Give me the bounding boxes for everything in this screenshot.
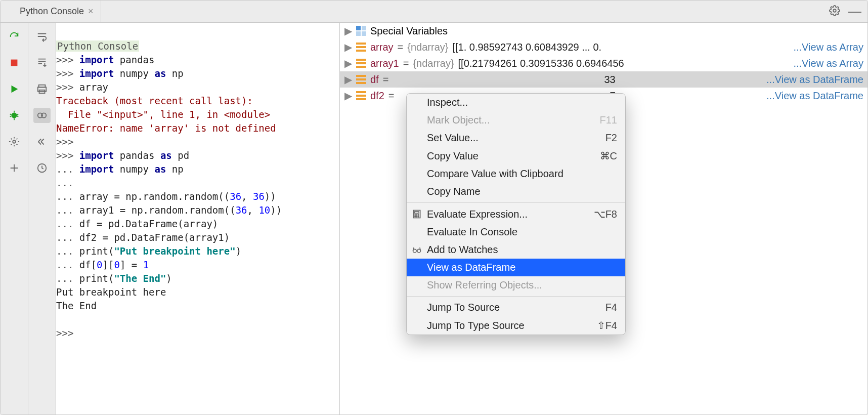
- rerun-icon[interactable]: [6, 29, 23, 44]
- ctx-copy-name[interactable]: Copy Name: [407, 183, 625, 200]
- svg-point-0: [833, 9, 836, 12]
- var-label: Special Variables: [370, 25, 448, 37]
- soft-wrap-icon[interactable]: [33, 29, 51, 44]
- add-icon[interactable]: [6, 160, 23, 176]
- ctx-evaluate-expression[interactable]: Evaluate Expression...⌥F8: [407, 205, 625, 223]
- svg-point-16: [416, 216, 417, 217]
- expand-icon[interactable]: ▶: [344, 73, 352, 86]
- expand-icon[interactable]: ▶: [344, 41, 352, 53]
- print-icon[interactable]: [33, 81, 51, 97]
- ctx-jump-type-source[interactable]: Jump To Type Source⇧F4: [407, 316, 625, 335]
- debug-icon[interactable]: [6, 108, 23, 123]
- console-output[interactable]: Python Console >>> import pandas >>> imp…: [56, 23, 339, 414]
- view-as-array-link[interactable]: ...View as Array: [793, 58, 863, 69]
- ctx-mark-object: Mark Object...F11: [407, 111, 625, 129]
- show-vars-icon[interactable]: [33, 108, 51, 123]
- expand-icon[interactable]: ▶: [344, 90, 352, 102]
- expand-icon[interactable]: ▶: [344, 25, 352, 37]
- tab-python-console[interactable]: Python Console ×: [13, 1, 101, 22]
- special-vars-icon: [356, 26, 366, 36]
- view-as-dataframe-link[interactable]: ...View as DataFrame: [766, 74, 863, 86]
- traceback-line: File "<input>", line 1, in <module>: [56, 109, 270, 120]
- svg-point-13: [416, 215, 417, 216]
- svg-rect-11: [415, 212, 419, 213]
- ctx-jump-source[interactable]: Jump To SourceF4: [407, 299, 625, 316]
- traceback-line: NameError: name 'array' is not defined: [56, 122, 276, 134]
- glasses-icon: [412, 245, 422, 255]
- svg-point-2: [12, 113, 17, 118]
- tab-title: Python Console: [20, 6, 84, 17]
- var-array[interactable]: ▶ array = {ndarray} [[1. 0.98592743 0.60…: [340, 39, 867, 55]
- console-title: Python Console: [56, 40, 139, 52]
- traceback-line: Traceback (most recent call last):: [56, 95, 253, 106]
- settings-icon[interactable]: [6, 134, 23, 149]
- hide-panel-icon[interactable]: —: [848, 4, 861, 19]
- ctx-evaluate-console[interactable]: Evaluate In Console: [407, 223, 625, 241]
- ctx-copy-value[interactable]: Copy Value⌘C: [407, 147, 625, 165]
- console-tool-gutter: [28, 23, 56, 414]
- stdout-line: Put breakpoint here: [56, 286, 166, 298]
- svg-point-12: [415, 215, 416, 216]
- var-array1[interactable]: ▶ array1 = {ndarray} [[0.21794261 0.3091…: [340, 55, 867, 71]
- separator: [407, 202, 625, 203]
- expand-icon[interactable]: ▶: [344, 57, 352, 69]
- view-as-array-link[interactable]: ...View as Array: [793, 42, 863, 53]
- gear-icon[interactable]: [829, 5, 840, 18]
- history-next-icon[interactable]: [33, 134, 51, 149]
- calculator-icon: [412, 209, 422, 219]
- svg-point-3: [13, 140, 16, 143]
- tabbar: Python Console × —: [1, 1, 867, 23]
- ctx-set-value[interactable]: Set Value...F2: [407, 129, 625, 147]
- stdout-line: The End: [56, 300, 97, 311]
- svg-point-17: [418, 216, 419, 217]
- history-icon[interactable]: [33, 160, 51, 176]
- var-special[interactable]: ▶ Special Variables: [340, 23, 867, 39]
- view-as-dataframe-link[interactable]: ...View as DataFrame: [766, 90, 863, 102]
- left-action-gutter: [1, 23, 28, 414]
- svg-point-15: [415, 216, 416, 217]
- context-menu: Inspect... Mark Object...F11 Set Value..…: [406, 93, 626, 335]
- input-prompt[interactable]: >>>: [56, 327, 79, 339]
- svg-point-14: [418, 215, 419, 216]
- ctx-add-watches[interactable]: Add to Watches: [407, 241, 625, 259]
- dataframe-icon: [356, 91, 366, 100]
- dataframe-icon: [356, 75, 366, 84]
- ctx-compare-clipboard[interactable]: Compare Value with Clipboard: [407, 165, 625, 183]
- svg-rect-1: [11, 60, 18, 66]
- scroll-end-icon[interactable]: [33, 55, 51, 70]
- ctx-inspect[interactable]: Inspect...: [407, 94, 625, 111]
- ctx-view-dataframe[interactable]: View as DataFrame: [407, 259, 625, 276]
- var-df[interactable]: ▶ df = 33 ...View as DataFrame: [340, 71, 867, 88]
- ndarray-icon: [356, 43, 366, 52]
- ctx-referring-objects: Show Referring Objects...: [407, 276, 625, 294]
- separator: [407, 296, 625, 297]
- run-icon[interactable]: [6, 81, 23, 97]
- ndarray-icon: [356, 59, 366, 68]
- close-icon[interactable]: ×: [88, 6, 94, 17]
- stop-icon[interactable]: [6, 55, 23, 70]
